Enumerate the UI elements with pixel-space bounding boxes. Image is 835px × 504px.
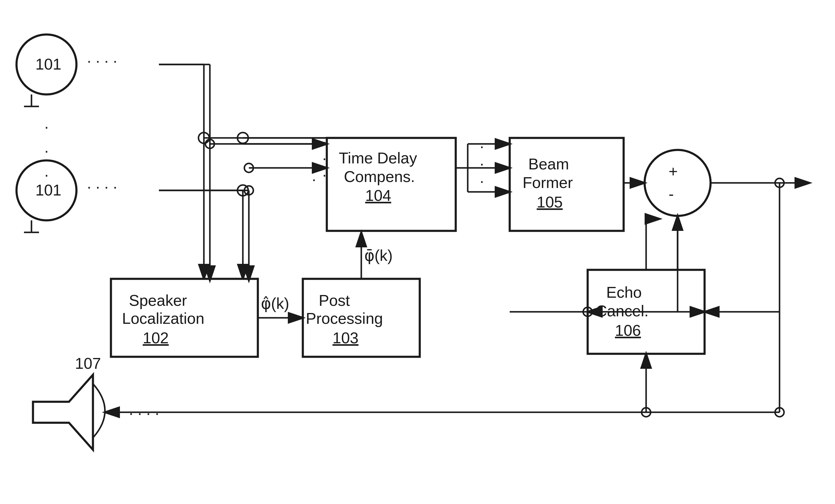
mic-top-label: 101 xyxy=(35,56,61,73)
bf-text1: Beam xyxy=(528,155,569,173)
td-vert-dot1: · xyxy=(312,137,316,155)
summer-plus: + xyxy=(669,163,678,180)
ec-text2: Cancel. xyxy=(596,302,649,320)
td-bf-dot3: · xyxy=(480,172,484,189)
speaker-loc-text3: 102 xyxy=(143,329,169,347)
td-vert-dot2: · xyxy=(312,154,316,171)
speaker-loc-text2: Localization xyxy=(122,310,204,327)
td-text2: Compens. xyxy=(344,168,415,185)
phi-bar-label: φ̄(k) xyxy=(364,247,393,264)
speaker-dots: · · · · xyxy=(129,404,159,422)
td-bf-dot2: · xyxy=(480,155,484,172)
bf-text3: 105 xyxy=(537,194,563,211)
speaker-loc-text1: Speaker xyxy=(129,292,187,309)
td-text1: Time Delay xyxy=(339,149,417,167)
speaker-label: 107 xyxy=(75,355,101,372)
phi-hat-label: φ̂(k) xyxy=(261,295,289,312)
post-proc-text1: Post xyxy=(319,292,350,309)
speaker-body xyxy=(33,375,93,450)
mic-bottom-label: 101 xyxy=(35,181,61,199)
summer-circle xyxy=(645,150,711,216)
between-mics-dots: · xyxy=(44,118,48,135)
post-proc-text3: 103 xyxy=(332,329,359,347)
between-mics-dots3: · xyxy=(44,166,48,183)
between-mics-dots2: · xyxy=(44,142,48,159)
ec-text3: 106 xyxy=(615,322,641,339)
mic-bottom-dots: · · · · xyxy=(87,178,117,195)
ec-text1: Echo xyxy=(606,284,642,301)
td-bf-dot1: · xyxy=(480,137,484,155)
speaker-horn xyxy=(93,384,105,438)
diagram-container: text { font-family: Arial, sans-serif; f… xyxy=(0,0,835,504)
summer-minus: - xyxy=(669,185,674,203)
post-proc-text2: Processing xyxy=(306,310,383,327)
bf-text2: Former xyxy=(523,174,573,191)
td-text3: 104 xyxy=(365,187,391,204)
mic-top-dots: · · · · xyxy=(87,52,117,69)
td-vert-dot3: · xyxy=(312,170,316,188)
